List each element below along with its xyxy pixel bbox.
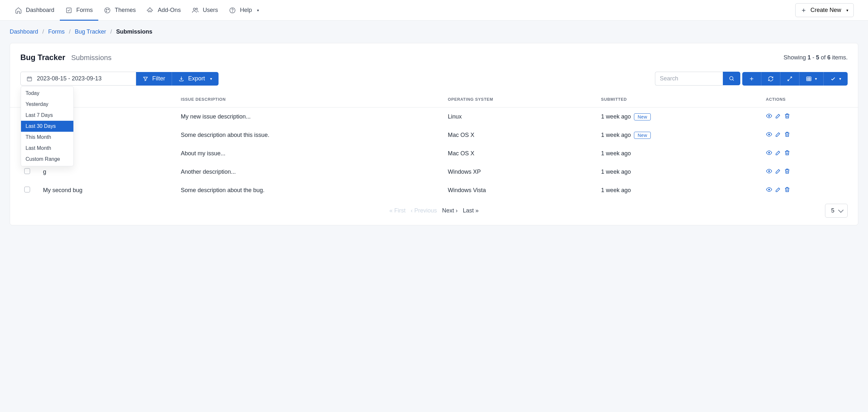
- delete-icon[interactable]: [784, 113, 790, 121]
- date-preset-last30[interactable]: Last 30 Days: [21, 121, 73, 132]
- nav-themes-label: Themes: [115, 7, 136, 13]
- page-next-label: Next: [442, 207, 454, 214]
- nav-dashboard[interactable]: Dashboard: [14, 0, 55, 20]
- search-wrap: [655, 72, 740, 85]
- nav-forms-label: Forms: [76, 7, 93, 13]
- filter-button[interactable]: Filter: [136, 72, 172, 85]
- date-preset-lastmonth[interactable]: Last Month: [21, 143, 73, 154]
- showing-to: 5: [816, 54, 819, 61]
- view-icon[interactable]: [766, 131, 772, 139]
- plus-icon: [749, 76, 754, 82]
- nav-help-label: Help: [240, 7, 252, 13]
- date-preset-last7[interactable]: Last 7 Days: [21, 110, 73, 121]
- row-actions: [766, 113, 851, 121]
- row-actions: [766, 168, 851, 176]
- search-button[interactable]: [723, 72, 740, 85]
- status-badge: New: [634, 113, 651, 121]
- showing-of: of: [819, 54, 827, 61]
- view-icon[interactable]: [766, 149, 772, 158]
- showing-count: Showing 1 - 5 of 6 items.: [784, 54, 848, 61]
- refresh-button[interactable]: [761, 72, 780, 85]
- per-page-value: 5: [831, 207, 834, 214]
- view-icon[interactable]: [766, 186, 772, 194]
- pagination-bar: « First ‹ Previous Next › Last » 5: [10, 200, 858, 225]
- showing-prefix: Showing: [784, 54, 808, 61]
- date-preset-thismonth[interactable]: This Month: [21, 132, 73, 143]
- breadcrumb-separator: /: [110, 28, 112, 35]
- edit-icon[interactable]: [775, 131, 781, 139]
- date-preset-custom[interactable]: Custom Range: [21, 154, 73, 165]
- submissions-card: Bug Tracker Submissions Showing 1 - 5 of…: [10, 43, 858, 226]
- cell-os: Linux: [441, 107, 594, 126]
- row-actions: [766, 149, 851, 158]
- add-button[interactable]: [742, 72, 761, 85]
- cell-submitted: 1 week agoNew: [594, 107, 760, 126]
- nav-forms[interactable]: Forms: [65, 0, 93, 20]
- create-new-button[interactable]: Create New ▾: [795, 3, 854, 17]
- row-checkbox[interactable]: [24, 186, 30, 193]
- nav-addons[interactable]: Add-Ons: [146, 0, 181, 20]
- columns-button[interactable]: ▾: [800, 72, 824, 85]
- page-last[interactable]: Last »: [463, 207, 479, 214]
- plus-icon: [801, 7, 807, 13]
- nav-users[interactable]: Users: [191, 0, 219, 20]
- showing-from: 1: [808, 54, 811, 61]
- cell-os: Mac OS X: [441, 126, 594, 144]
- export-label: Export: [188, 75, 205, 82]
- nav-addons-label: Add-Ons: [158, 7, 181, 13]
- cell-os: Windows Vista: [441, 181, 594, 200]
- breadcrumb-dashboard[interactable]: Dashboard: [10, 28, 38, 35]
- svg-rect-11: [807, 77, 811, 81]
- row-actions: [766, 186, 851, 194]
- delete-icon[interactable]: [784, 131, 790, 139]
- expand-button[interactable]: [780, 72, 800, 85]
- chevron-down-icon: ▾: [815, 76, 817, 81]
- breadcrumb-bugtracker[interactable]: Bug Tracker: [75, 28, 106, 35]
- svg-point-16: [768, 189, 770, 191]
- per-page-select[interactable]: 5: [825, 204, 848, 218]
- apply-button[interactable]: ▾: [824, 72, 848, 85]
- svg-point-2: [106, 9, 107, 10]
- card-title-wrap: Bug Tracker Submissions: [20, 53, 112, 62]
- showing-dash: -: [811, 54, 816, 61]
- cell-issue-desc: Some description about this issue.: [174, 126, 441, 144]
- expand-icon: [787, 76, 793, 82]
- delete-icon[interactable]: [784, 149, 790, 158]
- svg-point-1: [105, 7, 110, 13]
- date-range-picker[interactable]: 2023-08-15 - 2023-09-13 Today Yesterday …: [20, 72, 136, 85]
- delete-icon[interactable]: [784, 168, 790, 176]
- nav-help[interactable]: Help ▾: [228, 0, 259, 20]
- toolbar-right: ▾ ▾: [655, 72, 848, 85]
- cell-submitted: 1 week ago: [594, 181, 760, 200]
- export-button[interactable]: Export ▾: [172, 72, 219, 85]
- date-preset-yesterday[interactable]: Yesterday: [21, 99, 73, 110]
- edit-icon[interactable]: [775, 113, 781, 121]
- page-previous: ‹ Previous: [410, 207, 437, 214]
- edit-icon[interactable]: [775, 186, 781, 194]
- pagination: « First ‹ Previous Next › Last »: [389, 207, 478, 214]
- view-icon[interactable]: [766, 113, 772, 121]
- search-input[interactable]: [655, 72, 723, 85]
- delete-icon[interactable]: [784, 186, 790, 194]
- page-next[interactable]: Next ›: [442, 207, 458, 214]
- page-last-label: Last: [463, 207, 474, 214]
- cell-issue-desc: About my issue...: [174, 144, 441, 163]
- users-icon: [192, 7, 199, 14]
- breadcrumb-current: Submissions: [116, 28, 152, 35]
- svg-point-4: [106, 11, 107, 11]
- view-icon[interactable]: [766, 168, 772, 176]
- edit-icon[interactable]: [775, 149, 781, 158]
- row-actions: [766, 131, 851, 139]
- check-icon: [830, 76, 836, 82]
- filter-label: Filter: [152, 75, 165, 82]
- row-checkbox[interactable]: [24, 168, 30, 174]
- date-preset-today[interactable]: Today: [21, 88, 73, 99]
- breadcrumb-forms[interactable]: Forms: [48, 28, 65, 35]
- svg-rect-9: [27, 77, 32, 81]
- cell-submitted: 1 week agoNew: [594, 126, 760, 144]
- help-icon: [229, 7, 236, 14]
- date-preset-dropdown: Today Yesterday Last 7 Days Last 30 Days…: [21, 86, 74, 166]
- breadcrumb: Dashboard / Forms / Bug Tracker / Submis…: [0, 21, 868, 43]
- nav-themes[interactable]: Themes: [103, 0, 136, 20]
- edit-icon[interactable]: [775, 168, 781, 176]
